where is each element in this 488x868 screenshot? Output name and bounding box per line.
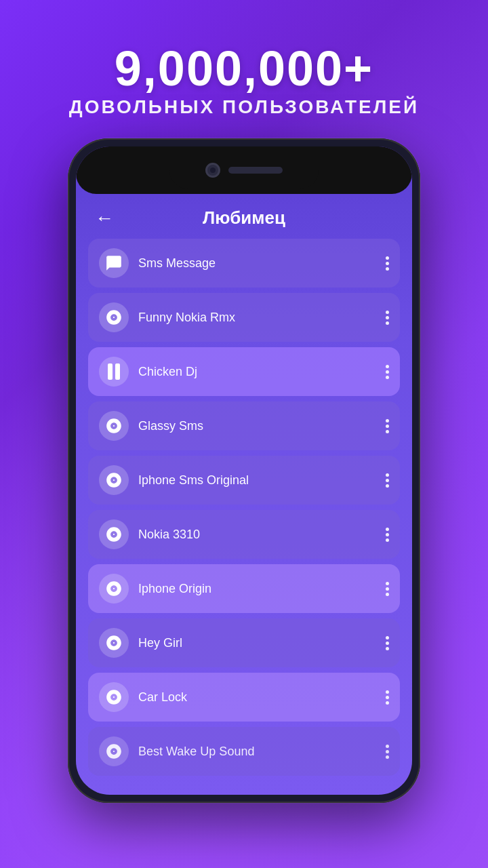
notch-area: [76, 146, 412, 194]
ringtone-item[interactable]: Glassy Sms: [88, 401, 400, 450]
user-count: 9,000,000+: [69, 41, 419, 96]
disc-icon: [99, 519, 129, 549]
ringtone-name: Funny Nokia Rmx: [138, 311, 376, 325]
more-options-button[interactable]: [386, 528, 389, 542]
ringtone-item[interactable]: Car Lock: [88, 673, 400, 722]
phone-mockup: ← Любимец Sms Message: [68, 138, 420, 803]
ringtone-item-iphone-origin[interactable]: Iphone Origin: [88, 564, 400, 613]
more-options-button[interactable]: [386, 419, 389, 433]
pause-icon: [99, 357, 129, 387]
more-options-button[interactable]: [386, 636, 389, 650]
more-options-button[interactable]: [386, 365, 389, 379]
notch: [169, 152, 319, 189]
ringtone-name: Nokia 3310: [138, 528, 376, 542]
disc-icon: [99, 411, 129, 441]
ringtone-name: Glassy Sms: [138, 419, 376, 433]
speaker-icon: [228, 167, 283, 174]
ringtone-name: Best Wake Up Sound: [138, 745, 376, 759]
app-screen: ← Любимец Sms Message: [76, 194, 412, 795]
ringtone-item[interactable]: Funny Nokia Rmx: [88, 293, 400, 342]
disc-icon: [99, 682, 129, 712]
ringtone-name: Iphone Origin: [138, 582, 376, 596]
phone-frame: ← Любимец Sms Message: [68, 138, 420, 803]
promo-header: 9,000,000+ ДОВОЛЬНЫХ ПОЛЬЗОВАТЕЛЕЙ: [69, 41, 419, 118]
back-button[interactable]: ←: [95, 208, 114, 229]
disc-icon: [99, 736, 129, 766]
ringtone-item[interactable]: Nokia 3310: [88, 510, 400, 559]
ringtone-name: Hey Girl: [138, 636, 376, 650]
more-options-button[interactable]: [386, 582, 389, 596]
more-options-button[interactable]: [386, 690, 389, 705]
sms-icon: [99, 248, 129, 278]
app-header: ← Любимец: [88, 194, 400, 239]
ringtone-name: Chicken Dj: [138, 365, 376, 379]
disc-icon: [99, 574, 129, 604]
ringtone-item[interactable]: Best Wake Up Sound: [88, 727, 400, 776]
more-options-button[interactable]: [386, 311, 389, 325]
more-options-button[interactable]: [386, 745, 389, 759]
disc-icon: [99, 465, 129, 495]
more-options-button[interactable]: [386, 473, 389, 488]
disc-icon: [99, 628, 129, 658]
ringtone-item[interactable]: Hey Girl: [88, 618, 400, 667]
more-options-button[interactable]: [386, 256, 389, 271]
ringtone-list: Sms Message Funny Nokia Rmx: [88, 239, 400, 776]
ringtone-item[interactable]: Iphone Sms Original: [88, 456, 400, 505]
camera-icon: [205, 163, 220, 178]
app-title: Любимец: [203, 208, 285, 229]
disc-icon: [99, 302, 129, 332]
ringtone-name: Iphone Sms Original: [138, 473, 376, 488]
user-subtitle: ДОВОЛЬНЫХ ПОЛЬЗОВАТЕЛЕЙ: [69, 96, 419, 118]
phone-screen: ← Любимец Sms Message: [76, 146, 412, 795]
ringtone-item-playing[interactable]: Chicken Dj: [88, 347, 400, 396]
ringtone-name: Car Lock: [138, 690, 376, 705]
ringtone-name: Sms Message: [138, 256, 376, 271]
ringtone-item[interactable]: Sms Message: [88, 239, 400, 288]
